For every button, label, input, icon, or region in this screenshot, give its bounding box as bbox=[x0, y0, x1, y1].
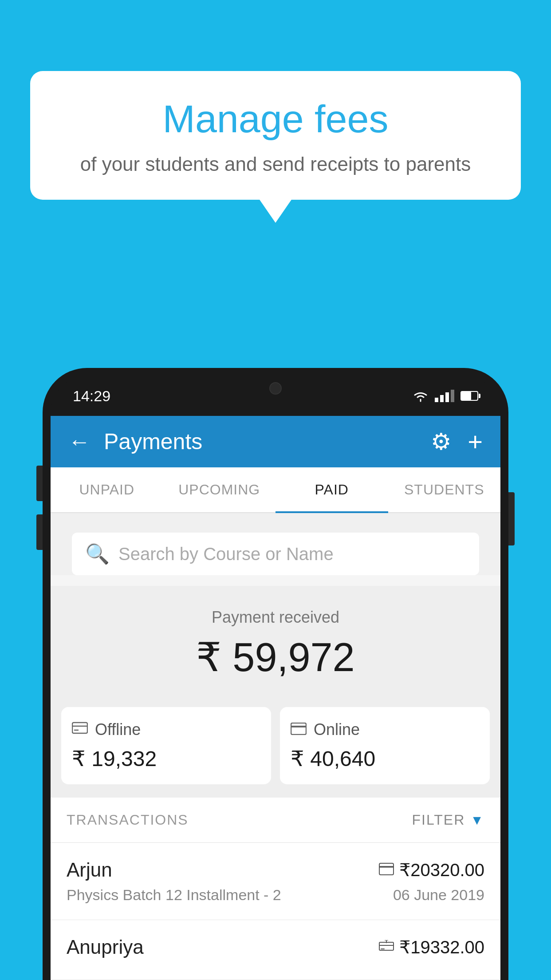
online-card-header: Online bbox=[291, 720, 479, 739]
filter-label: FILTER bbox=[412, 812, 465, 828]
camera bbox=[269, 382, 282, 395]
back-button[interactable]: ← bbox=[68, 431, 91, 453]
search-bar[interactable]: 🔍 Search by Course or Name bbox=[72, 533, 479, 575]
page-title: Payments bbox=[104, 429, 431, 454]
signal-icon bbox=[435, 390, 454, 402]
bubble-title: Manage fees bbox=[57, 98, 494, 141]
offline-label: Offline bbox=[95, 720, 141, 739]
offline-payment-icon bbox=[379, 939, 394, 956]
svg-rect-5 bbox=[379, 863, 394, 875]
payment-received-amount: ₹ 59,972 bbox=[64, 634, 487, 680]
transaction-name: Arjun bbox=[67, 859, 112, 881]
transaction-row-top: Anupriya ₹19332.00 bbox=[67, 936, 484, 958]
transaction-row-bottom: Physics Batch 12 Installment - 2 06 June… bbox=[67, 886, 484, 904]
tab-unpaid[interactable]: UNPAID bbox=[51, 467, 163, 512]
battery-icon bbox=[460, 391, 478, 401]
payment-received-section: Payment received ₹ 59,972 bbox=[51, 586, 500, 698]
filter-icon: ▼ bbox=[470, 813, 484, 828]
tab-paid[interactable]: PAID bbox=[276, 467, 388, 512]
app-screen: ← Payments ⚙ + UNPAID UPCOMING PAID STUD… bbox=[51, 416, 500, 980]
transaction-name: Anupriya bbox=[67, 936, 144, 958]
speech-bubble: Manage fees of your students and send re… bbox=[30, 71, 521, 200]
offline-icon bbox=[72, 720, 88, 739]
transactions-label: TRANSACTIONS bbox=[67, 812, 189, 828]
status-icons bbox=[413, 390, 478, 402]
online-amount: ₹ 40,640 bbox=[291, 746, 479, 771]
add-button[interactable]: + bbox=[468, 429, 483, 454]
transaction-amount-wrap: ₹19332.00 bbox=[379, 937, 484, 957]
table-row[interactable]: Arjun ₹20320.00 Physics Batch 12 Install… bbox=[51, 843, 500, 920]
tab-students[interactable]: STUDENTS bbox=[388, 467, 501, 512]
header-actions: ⚙ + bbox=[431, 428, 483, 455]
online-label: Online bbox=[314, 720, 360, 739]
notch bbox=[236, 376, 315, 400]
status-bar: 14:29 bbox=[51, 376, 500, 416]
status-time: 14:29 bbox=[73, 387, 110, 405]
transaction-row-top: Arjun ₹20320.00 bbox=[67, 859, 484, 881]
svg-rect-0 bbox=[72, 723, 87, 733]
phone-device: 14:29 bbox=[43, 368, 508, 980]
transaction-amount: ₹19332.00 bbox=[399, 937, 484, 957]
online-icon bbox=[291, 721, 307, 739]
power-button bbox=[508, 492, 515, 545]
phone-body: 14:29 bbox=[43, 368, 508, 980]
offline-amount: ₹ 19,332 bbox=[72, 746, 260, 771]
transaction-amount-wrap: ₹20320.00 bbox=[379, 860, 484, 880]
payment-cards: Offline ₹ 19,332 Online ₹ 4 bbox=[51, 698, 500, 798]
bubble-subtitle: of your students and send receipts to pa… bbox=[57, 153, 494, 175]
offline-card: Offline ₹ 19,332 bbox=[61, 707, 271, 784]
transactions-header: TRANSACTIONS FILTER ▼ bbox=[51, 798, 500, 843]
table-row[interactable]: Anupriya ₹19332.00 bbox=[51, 920, 500, 980]
svg-rect-3 bbox=[291, 723, 306, 735]
payment-received-label: Payment received bbox=[64, 608, 487, 627]
wifi-icon bbox=[413, 390, 429, 402]
offline-card-header: Offline bbox=[72, 720, 260, 739]
transaction-amount: ₹20320.00 bbox=[399, 860, 484, 880]
settings-icon[interactable]: ⚙ bbox=[431, 428, 452, 455]
search-placeholder: Search by Course or Name bbox=[118, 544, 334, 564]
transaction-date: 06 June 2019 bbox=[393, 886, 484, 904]
filter-button[interactable]: FILTER ▼ bbox=[412, 812, 484, 828]
vol-up-button bbox=[36, 466, 43, 501]
online-payment-icon bbox=[379, 861, 394, 879]
app-header: ← Payments ⚙ + bbox=[51, 416, 500, 467]
online-card: Online ₹ 40,640 bbox=[280, 707, 490, 784]
tabs-bar: UNPAID UPCOMING PAID STUDENTS bbox=[51, 467, 500, 513]
tab-upcoming[interactable]: UPCOMING bbox=[163, 467, 276, 512]
vol-down-button bbox=[36, 514, 43, 550]
search-icon: 🔍 bbox=[85, 542, 110, 565]
transaction-course: Physics Batch 12 Installment - 2 bbox=[67, 886, 281, 904]
